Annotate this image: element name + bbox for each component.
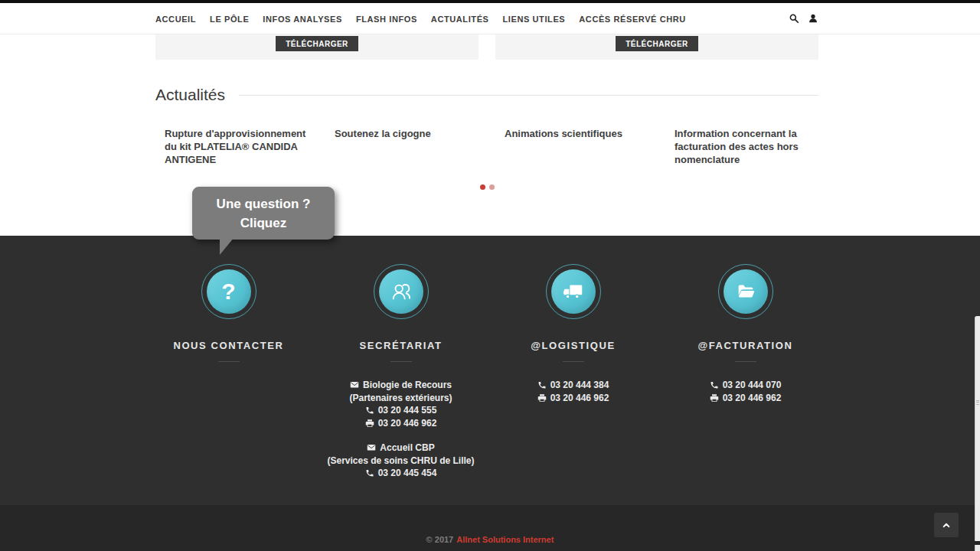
chevron-up-icon <box>939 517 954 533</box>
logistique-icon-button[interactable] <box>546 264 601 319</box>
fax-line: 03 20 446 962 <box>659 392 831 405</box>
scrollbar-corner <box>975 545 980 551</box>
column-label: @LOGISTIQUE <box>487 340 659 351</box>
nav-item-accueil[interactable]: ACCUEIL <box>155 15 196 24</box>
nav-item-acces-reserve-chru[interactable]: ACCÈS RÉSERVÉ CHRU <box>579 15 686 24</box>
nav-item-actualites[interactable]: ACTUALITÉS <box>431 15 489 24</box>
printer-icon <box>365 419 374 428</box>
fax-line: 03 20 446 962 <box>315 417 487 430</box>
news-item[interactable]: Animations scientifiques <box>505 127 658 166</box>
envelope-icon <box>367 443 376 452</box>
nav-menu: ACCUEIL LE PÔLE INFOS ANALYSES FLASH INF… <box>155 11 686 25</box>
heading-rule <box>239 95 818 96</box>
news-grid: Rupture d'approvisionnement du kit PLATE… <box>165 127 818 166</box>
phone-line: 03 20 445 454 <box>315 467 487 480</box>
phone-line: 03 20 444 070 <box>659 379 831 392</box>
news-section: Actualités Rupture d'approvisionnement d… <box>155 86 818 190</box>
footer-column-facturation: @FACTURATION 03 20 444 070 03 20 446 962 <box>659 264 831 480</box>
footer-column-secretariat: SECRÉTARIAT Biologie de Recours (Partena… <box>315 264 487 480</box>
note-line: (Services de soins CHRU de Lille) <box>315 455 487 468</box>
news-item[interactable]: Information concernant la facturation de… <box>675 127 828 166</box>
page: ACCUEIL LE PÔLE INFOS ANALYSES FLASH INF… <box>0 0 980 551</box>
footer-column-contact: ? NOUS CONTACTER <box>142 264 315 480</box>
fax-line: 03 20 446 962 <box>487 392 659 405</box>
contact-group: Accueil CBP (Services de soins CHRU de L… <box>315 442 487 480</box>
user-icon[interactable] <box>808 13 818 24</box>
people-icon <box>390 280 413 303</box>
secretariat-icon-button[interactable] <box>374 264 429 319</box>
copyright-year: © 2017 <box>426 535 454 544</box>
email-line[interactable]: Accueil CBP <box>315 442 487 455</box>
contact-group: 03 20 444 384 03 20 446 962 <box>487 379 659 404</box>
search-icon[interactable] <box>789 13 799 24</box>
envelope-icon <box>350 380 359 390</box>
facturation-icon-button[interactable] <box>718 264 773 319</box>
email-line[interactable]: Biologie de Recours <box>315 379 487 392</box>
phone-icon <box>710 380 719 390</box>
column-divider <box>563 361 584 362</box>
footer: ? NOUS CONTACTER <box>0 236 980 551</box>
column-label: NOUS CONTACTER <box>142 340 315 351</box>
question-mark-icon: ? <box>221 280 235 303</box>
nav-item-flash-infos[interactable]: FLASH INFOS <box>356 15 417 24</box>
tooltip-line: Cliquez <box>240 214 286 233</box>
phone-line: 03 20 444 384 <box>487 379 659 392</box>
column-label: SECRÉTARIAT <box>315 340 487 351</box>
copyright-link[interactable]: Allnet Solutions Internet <box>456 535 554 544</box>
footer-column-logistique: @LOGISTIQUE 03 20 444 384 03 20 446 962 <box>487 264 659 480</box>
scrollbar-grip[interactable] <box>976 400 979 405</box>
carousel-dot[interactable] <box>489 184 495 190</box>
nav-item-infos-analyses[interactable]: INFOS ANALYSES <box>263 15 342 24</box>
column-label: @FACTURATION <box>659 340 831 351</box>
footer-columns: ? NOUS CONTACTER <box>142 264 831 480</box>
note-line: (Partenaires extérieurs) <box>315 392 487 405</box>
download-button[interactable]: TÉLÉCHARGER <box>276 36 358 51</box>
folder-open-icon <box>734 280 757 303</box>
news-item[interactable]: Rupture d'approvisionnement du kit PLATE… <box>165 127 318 166</box>
tooltip-line: Une question ? <box>217 194 311 214</box>
subfooter: © 2017Allnet Solutions Internet <box>0 505 980 551</box>
scrollbar-track[interactable] <box>975 316 980 541</box>
news-item[interactable]: Soutenez la cigogne <box>335 127 488 166</box>
contact-group: 03 20 444 070 03 20 446 962 <box>659 379 831 404</box>
download-card: TÉLÉCHARGER <box>155 34 479 60</box>
contact-group: Biologie de Recours (Partenaires extérie… <box>315 379 487 429</box>
printer-icon <box>710 393 719 403</box>
copyright: © 2017Allnet Solutions Internet <box>0 535 980 544</box>
truck-icon <box>562 280 585 303</box>
phone-line: 03 20 444 555 <box>315 404 487 417</box>
download-cards-row: TÉLÉCHARGER TÉLÉCHARGER <box>155 34 818 60</box>
main-nav: ACCUEIL LE PÔLE INFOS ANALYSES FLASH INF… <box>0 3 980 34</box>
phone-icon <box>365 468 374 478</box>
top-black-bar <box>0 0 980 3</box>
column-divider <box>735 361 756 362</box>
news-heading: Actualités <box>155 86 225 104</box>
contact-icon-button[interactable]: ? <box>201 264 256 319</box>
nav-item-le-pole[interactable]: LE PÔLE <box>210 15 249 24</box>
nav-item-liens-utiles[interactable]: LIENS UTILES <box>503 15 566 24</box>
scroll-to-top-button[interactable] <box>934 513 959 537</box>
question-tooltip-bubble[interactable]: Une question ? Cliquez <box>192 187 335 240</box>
download-card: TÉLÉCHARGER <box>495 34 818 60</box>
phone-icon <box>365 406 374 415</box>
phone-icon <box>537 380 547 390</box>
column-divider <box>218 361 240 362</box>
printer-icon <box>537 393 547 403</box>
download-button[interactable]: TÉLÉCHARGER <box>616 36 698 51</box>
carousel-dot-active[interactable] <box>480 184 485 190</box>
column-divider <box>390 361 412 362</box>
